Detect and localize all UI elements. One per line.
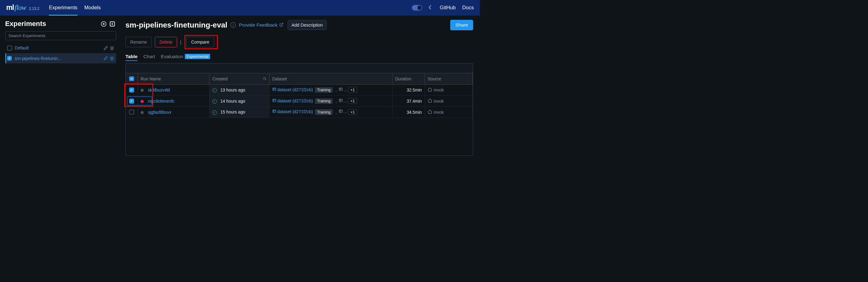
experiment-item-default[interactable]: Default bbox=[5, 43, 116, 53]
dataset-more[interactable]: ... bbox=[339, 109, 347, 114]
dataset-cell: dataset (d271f2cb) Training , ... +1 bbox=[269, 107, 392, 118]
duration-cell: 34.5min bbox=[393, 107, 425, 118]
source-link[interactable]: invok bbox=[428, 109, 444, 115]
dataset-more[interactable]: ... bbox=[339, 98, 347, 103]
dataset-name: dataset (d271f2cb) bbox=[277, 109, 313, 114]
nav-experiments[interactable]: Experiments bbox=[49, 1, 77, 15]
tab-chart[interactable]: Chart bbox=[144, 54, 155, 61]
dataset-link[interactable]: dataset (d271f2cb) bbox=[272, 109, 313, 114]
home-icon bbox=[428, 109, 432, 115]
created-text: 14 hours ago bbox=[220, 98, 245, 104]
row-checkbox[interactable] bbox=[129, 110, 134, 114]
row-checkbox-cell bbox=[126, 107, 138, 118]
table-row[interactable]: xjgfasf8bsvx 15 hours ago dataset (d271f… bbox=[126, 107, 473, 118]
select-all-checkbox[interactable] bbox=[129, 76, 134, 81]
dataset-name: dataset (d271f2cb) bbox=[277, 87, 313, 92]
table-row[interactable]: nqjc8obmenfc 14 hours ago dataset (d271f… bbox=[126, 95, 473, 107]
sidebar: Experiments Default bbox=[0, 16, 121, 156]
nav-models[interactable]: Models bbox=[84, 1, 101, 15]
column-header-source[interactable]: Source bbox=[425, 73, 473, 84]
svg-rect-12 bbox=[273, 88, 276, 91]
table-row[interactable]: sk4lbuzv4til 13 hours ago dataset (d271f… bbox=[126, 84, 473, 95]
compare-highlight-box: Compare bbox=[184, 35, 218, 49]
collapse-left-icon bbox=[110, 21, 115, 27]
created-cell: 13 hours ago bbox=[210, 84, 270, 95]
column-header-created[interactable]: Created bbox=[210, 73, 270, 84]
row-checkbox-cell bbox=[126, 84, 138, 95]
svg-rect-21 bbox=[339, 99, 342, 102]
run-name-cell: sk4lbuzv4til bbox=[138, 84, 210, 95]
theme-toggle[interactable] bbox=[412, 5, 422, 10]
logo-version: 2.13.2 bbox=[29, 6, 39, 11]
delete-button[interactable]: Delete bbox=[155, 37, 177, 47]
external-link-icon bbox=[279, 22, 283, 28]
duration-value: 32.5min bbox=[407, 87, 422, 92]
run-name-link[interactable]: sk4lbuzv4til bbox=[148, 87, 170, 92]
status-success-icon bbox=[212, 99, 217, 104]
comma: , bbox=[336, 109, 337, 114]
experiment-name[interactable]: sm-pipelines-finetunin... bbox=[14, 56, 101, 61]
trash-icon[interactable] bbox=[110, 46, 114, 50]
column-header-dataset[interactable]: Dataset bbox=[269, 73, 392, 84]
compare-button[interactable]: Compare bbox=[186, 37, 214, 47]
edit-icon[interactable] bbox=[103, 56, 108, 60]
body-layout: Experiments Default bbox=[0, 16, 480, 156]
row-checkbox[interactable] bbox=[129, 87, 134, 92]
share-button[interactable]: Share bbox=[450, 20, 473, 30]
view-tabs: Table Chart Evaluation Experimental bbox=[125, 54, 473, 61]
dataset-link[interactable]: dataset (d271f2cb) bbox=[272, 87, 313, 92]
created-text: 13 hours ago bbox=[220, 87, 245, 92]
run-name-link[interactable]: xjgfasf8bsvx bbox=[148, 110, 172, 115]
sidebar-actions bbox=[100, 20, 116, 28]
tab-evaluation[interactable]: Evaluation Experimental bbox=[161, 54, 211, 61]
source-link[interactable]: invok bbox=[428, 87, 444, 92]
github-link[interactable]: GitHub bbox=[440, 5, 456, 11]
home-icon bbox=[428, 87, 432, 92]
experiment-item-sm-pipelines[interactable]: sm-pipelines-finetunin... bbox=[5, 53, 116, 63]
experiment-name[interactable]: Default bbox=[15, 46, 101, 50]
home-icon bbox=[428, 98, 432, 104]
docs-link[interactable]: Docs bbox=[462, 5, 474, 11]
status-success-icon bbox=[212, 110, 217, 115]
dataset-more[interactable]: ... bbox=[339, 87, 347, 92]
table-icon bbox=[272, 98, 276, 103]
collapse-sidebar-button[interactable] bbox=[109, 20, 116, 28]
logo-text-flow: flow bbox=[14, 3, 26, 12]
sort-desc-icon[interactable] bbox=[262, 76, 266, 81]
column-header-duration[interactable]: Duration bbox=[393, 73, 425, 84]
trash-icon[interactable] bbox=[110, 56, 114, 60]
svg-rect-18 bbox=[273, 99, 276, 102]
column-header-run-name[interactable]: Run Name bbox=[138, 73, 210, 84]
duration-cell: 37.4min bbox=[393, 95, 425, 107]
sidebar-header: Experiments bbox=[5, 20, 116, 28]
dataset-more-count[interactable]: +1 bbox=[348, 98, 357, 104]
dataset-name: dataset (d271f2cb) bbox=[277, 98, 313, 103]
top-header: ml flow 2.13.2 Experiments Models ☾ GitH… bbox=[0, 0, 480, 16]
new-experiment-button[interactable] bbox=[100, 20, 107, 28]
add-description-button[interactable]: Add Description bbox=[288, 20, 326, 30]
experiment-checkbox[interactable] bbox=[7, 46, 12, 50]
source-link[interactable]: invok bbox=[428, 98, 444, 104]
dataset-more-count[interactable]: +1 bbox=[348, 87, 357, 93]
dataset-link[interactable]: dataset (d271f2cb) bbox=[272, 98, 313, 103]
main-panel: sm-pipelines-finetuning-eval i Provide F… bbox=[121, 16, 480, 156]
tab-table[interactable]: Table bbox=[125, 54, 137, 61]
comma: , bbox=[336, 87, 337, 92]
dataset-tag-badge: Training bbox=[315, 109, 333, 115]
experiment-checkbox[interactable] bbox=[7, 56, 12, 61]
experiment-title: sm-pipelines-finetuning-eval bbox=[125, 21, 227, 29]
status-dot-icon bbox=[141, 89, 144, 92]
mlflow-logo[interactable]: ml flow 2.13.2 bbox=[6, 3, 39, 12]
header-right: ☾ GitHub Docs bbox=[412, 5, 474, 11]
runs-tbody: sk4lbuzv4til 13 hours ago dataset (d271f… bbox=[126, 84, 473, 117]
info-icon[interactable]: i bbox=[230, 22, 236, 28]
dataset-tag-badge: Training bbox=[315, 87, 333, 93]
edit-icon[interactable] bbox=[103, 46, 108, 50]
rename-button[interactable]: Rename bbox=[125, 37, 152, 47]
provide-feedback-link[interactable]: Provide Feedback bbox=[239, 22, 283, 28]
svg-rect-24 bbox=[273, 110, 276, 113]
search-experiments-input[interactable] bbox=[5, 31, 116, 40]
table-icon bbox=[339, 87, 343, 92]
source-cell: invok bbox=[425, 84, 473, 95]
dataset-more-count[interactable]: +1 bbox=[348, 109, 357, 115]
